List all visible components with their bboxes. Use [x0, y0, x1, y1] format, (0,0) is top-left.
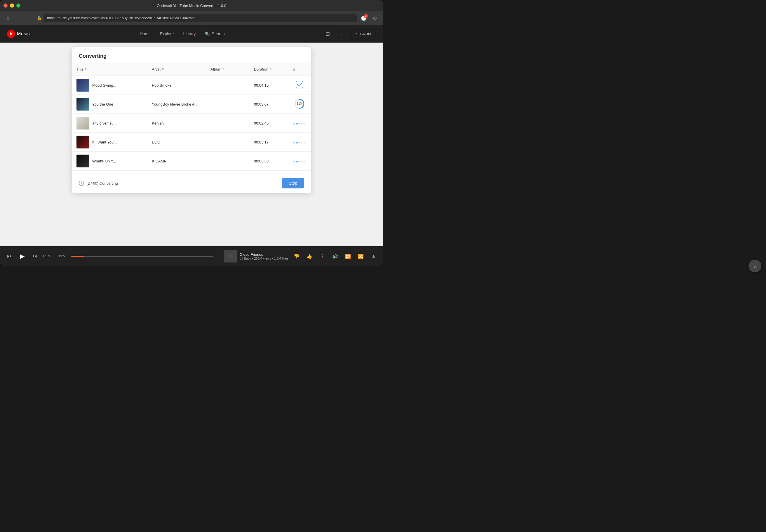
now-playing: ♪ Close Friends Lil Baby • 252M views • … [224, 250, 288, 263]
sort-icon-album: ⇅ [223, 68, 225, 71]
track-title: any given su... [92, 121, 117, 125]
track-artist-cell: DDG [147, 133, 206, 152]
history-badge: 4 [364, 14, 368, 18]
queue-button[interactable]: ▲ [369, 251, 378, 261]
converting-dialog: Converting Title ⇅ Artist [72, 47, 311, 193]
music-icon: ♪ [229, 253, 232, 259]
progress-bar[interactable] [71, 256, 214, 257]
back-button[interactable]: ← [15, 14, 23, 22]
thumbs-down-button[interactable]: 👎 [292, 251, 301, 261]
lock-icon: 🔒 [37, 16, 42, 20]
svg-marker-0 [10, 32, 13, 35]
now-playing-title: Close Friends [240, 252, 288, 257]
prev-button[interactable]: ⏮ [5, 251, 14, 261]
shuffle-icon: 🔀 [358, 253, 364, 259]
next-button[interactable]: ⏭ [30, 251, 40, 261]
settings-button[interactable]: ⚙ [370, 13, 380, 23]
more-options-button[interactable]: ⋮ [337, 29, 346, 39]
nav-home[interactable]: Home [140, 31, 151, 36]
forward-icon: → [28, 15, 32, 21]
th-album[interactable]: Album ⇅ [206, 63, 249, 76]
home-button[interactable]: ⌂ [3, 14, 12, 22]
skip-back-icon: ⏮ [7, 253, 12, 259]
forward-button[interactable]: → [26, 14, 34, 22]
th-status[interactable]: ⇅ [288, 63, 311, 76]
sign-in-button[interactable]: SIGN IN [351, 30, 376, 38]
now-playing-subtitle: Lil Baby • 252M views • 1.6M likes [240, 257, 288, 260]
th-title[interactable]: Title ⇅ [72, 63, 147, 76]
waiting-indicator [293, 123, 306, 125]
shuffle-button[interactable]: 🔀 [356, 251, 366, 261]
track-thumb [76, 155, 89, 167]
dialog-header: Converting [72, 47, 311, 63]
yt-logo: Music [7, 30, 30, 38]
track-artist-cell: Pop Smoke [147, 76, 206, 95]
yt-header-right: ⊡ ⋮ SIGN IN [323, 29, 376, 39]
track-duration-cell: 00:03:17 [249, 133, 288, 152]
tracks-tbody: Mood Swing... Pop Smoke 00:04:15 [72, 76, 311, 171]
window-title: Ondesoft YouTube Music Converter 1.0.0 [157, 3, 226, 8]
queue-icon: ▲ [371, 253, 376, 259]
table-row: Mood Swing... Pop Smoke 00:04:15 [72, 76, 311, 95]
history-button[interactable]: 🕐 4 [359, 13, 368, 23]
table-row: any given su... Kehlani 00:02:46 [72, 114, 311, 133]
track-title-cell: If I Want You... [72, 133, 147, 152]
play-icon [9, 32, 13, 36]
window-controls [3, 3, 20, 8]
track-title-cell: You the One [72, 95, 147, 114]
done-icon [296, 83, 304, 90]
cast-button[interactable]: ⊡ [323, 29, 332, 39]
track-title-cell: What's On Y... [72, 152, 147, 171]
maximize-button[interactable] [16, 3, 20, 8]
time-current: 0:19 [43, 254, 50, 258]
dialog-footer: i (2 / 60) Converting Stop [72, 173, 311, 193]
info-icon: i [79, 181, 84, 186]
volume-button[interactable]: 🔊 [330, 251, 340, 261]
track-status-cell [288, 152, 311, 171]
yt-logo-text: Music [17, 31, 30, 36]
progress-bar-fill [71, 256, 84, 257]
waiting-indicator [293, 161, 306, 162]
track-thumb [76, 117, 89, 129]
play-button[interactable]: ▶ [17, 251, 27, 261]
track-duration-cell: 00:03:53 [249, 152, 288, 171]
track-title-cell: Mood Swing... [72, 76, 147, 95]
thumbs-up-button[interactable]: 👍 [305, 251, 314, 261]
track-title: Mood Swing... [92, 83, 116, 87]
track-status-cell: 51% [288, 95, 311, 114]
track-album-cell [206, 152, 249, 171]
address-bar[interactable] [44, 14, 357, 22]
th-duration[interactable]: Duration ⇅ [249, 63, 288, 76]
thumbs-down-icon: 👎 [294, 253, 300, 259]
track-artist-cell: K CAMP [147, 152, 206, 171]
toolbar-icons: 🕐 4 ⚙ [359, 13, 380, 23]
dialog-title: Converting [79, 53, 304, 59]
volume-icon: 🔊 [332, 253, 338, 259]
track-album-cell [206, 76, 249, 95]
thumbs-up-icon: 👍 [307, 253, 312, 259]
track-status-cell [288, 133, 311, 152]
repeat-button[interactable]: 🔁 [343, 251, 353, 261]
app-window: Ondesoft YouTube Music Converter 1.0.0 ⌂… [0, 0, 383, 266]
tracks-table: Title ⇅ Artist ⇅ Album [72, 63, 311, 171]
track-duration-cell: 00:02:46 [249, 114, 288, 133]
track-title-cell: any given su... [72, 114, 147, 133]
stop-button[interactable]: Stop [282, 178, 304, 188]
minimize-button[interactable] [10, 3, 14, 8]
browser-toolbar: ⌂ ← → 🔒 🕐 4 ⚙ [0, 11, 383, 25]
play-icon: ▶ [20, 253, 25, 260]
track-duration-cell: 00:04:15 [249, 76, 288, 95]
nav-search[interactable]: 🔍 Search [205, 31, 225, 36]
table-row: You the One YoungBoy Never Broke A... 00… [72, 95, 311, 114]
player-right-controls: 👎 👍 ⋮ 🔊 🔁 🔀 ▲ [292, 251, 378, 261]
table-row: If I Want You... DDG 00:03:17 [72, 133, 311, 152]
waiting-indicator [293, 142, 306, 143]
sort-icon-status: ⇅ [293, 68, 295, 71]
more-button[interactable]: ⋮ [318, 251, 327, 261]
title-bar: Ondesoft YouTube Music Converter 1.0.0 [0, 0, 383, 11]
nav-explore[interactable]: Explore [160, 31, 174, 36]
nav-library[interactable]: Library [183, 31, 196, 36]
sort-icon-title: ⇅ [85, 68, 87, 71]
close-button[interactable] [3, 3, 8, 8]
th-artist[interactable]: Artist ⇅ [147, 63, 206, 76]
